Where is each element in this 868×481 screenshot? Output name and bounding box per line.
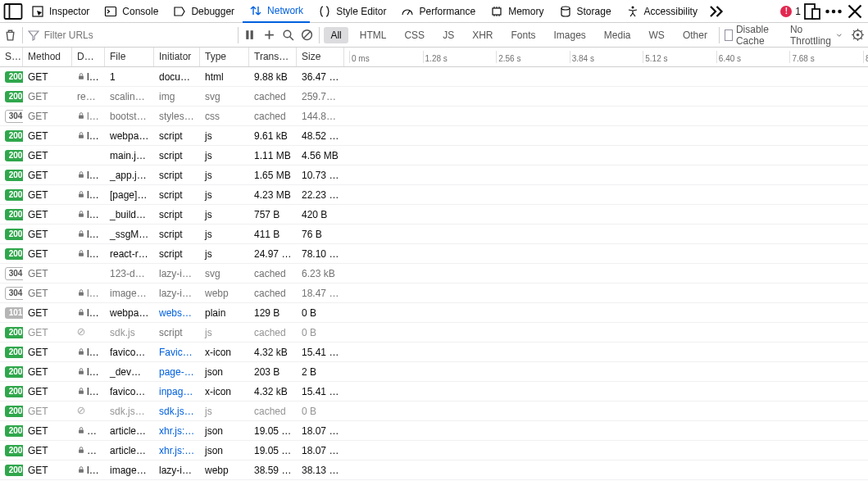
svg-rect-35 <box>79 292 84 295</box>
table-row[interactable]: 200GETmain.js?tsscriptjs1.11 MB4.56 MB21… <box>0 146 868 166</box>
error-count-value: 1 <box>795 6 801 17</box>
type-cell: js <box>200 150 249 161</box>
size-cell: 15.41 kB <box>297 347 344 358</box>
disable-cache-checkbox[interactable]: Disable Cache <box>725 24 780 47</box>
status-badge: 200 <box>5 229 23 240</box>
filter-all[interactable]: All <box>324 27 348 43</box>
block-icon[interactable] <box>300 25 314 45</box>
table-row[interactable]: 200GETlo…_devMiddlpage-l…json203 B2 B3 m… <box>0 362 868 382</box>
tab-style-editor[interactable]: Style Editor <box>311 0 393 23</box>
table-row[interactable]: 101GETlo…webpack-hwebso…plain129 B0 B4 m… <box>0 303 868 323</box>
table-row[interactable]: 200GETlo…image?urllazy-im…webp38.59 kB38… <box>0 461 868 480</box>
svg-rect-36 <box>79 311 84 315</box>
inspector-icon <box>31 5 44 18</box>
initiator-cell: script <box>154 150 200 161</box>
style-icon <box>318 5 331 18</box>
table-row[interactable]: 200GETres…scaling_5aimgsvgcached259.73…0… <box>0 87 868 107</box>
col-transferred[interactable]: Transfe… <box>249 48 297 66</box>
table-row[interactable]: 200GETsdk.js?hassdk.js:…jscached0 B0 ms <box>0 402 868 421</box>
table-row[interactable]: 200GETd…articles?scxhr.js:2…json19.05 …1… <box>0 421 868 441</box>
lock-icon <box>77 249 85 257</box>
memory-icon <box>490 5 503 18</box>
table-row[interactable]: 304GETlo…image?urllazy-im…webpcached18.4… <box>0 284 868 303</box>
filter-js[interactable]: JS <box>436 27 461 43</box>
meatball-menu-icon[interactable] <box>824 2 843 21</box>
error-count[interactable]: ! 1 <box>780 6 801 17</box>
method-cell: GET <box>23 170 72 181</box>
col-initiator[interactable]: Initiator <box>154 48 200 66</box>
transferred-cell: cached <box>249 327 297 338</box>
table-row[interactable]: 200GETlo…react-refrescriptjs24.97 kB78.1… <box>0 244 868 264</box>
checkbox-icon <box>725 29 733 41</box>
tab-accessibility[interactable]: Accessibility <box>620 0 704 23</box>
type-cell: js <box>200 189 249 201</box>
throttling-select[interactable]: No Throttling <box>790 24 843 47</box>
initiator-cell: lazy-im… <box>154 465 200 476</box>
type-cell: css <box>200 111 249 122</box>
tab-network[interactable]: Network <box>243 0 310 23</box>
type-cell: svg <box>200 268 249 279</box>
table-row[interactable]: 200GETsdk.jsscriptjscached0 B0 ms <box>0 323 868 343</box>
filter-input[interactable] <box>44 29 192 41</box>
tab-performance[interactable]: Performance <box>394 0 482 23</box>
table-row[interactable]: 200GETlo…favicon.icoinpage…x-icon4.32 kB… <box>0 382 868 402</box>
col-domain[interactable]: Do… <box>72 48 105 66</box>
table-row[interactable]: 200GETlo…_ssgManifscriptjs411 B76 B2 ms <box>0 225 868 244</box>
initiator-cell: inpage… <box>154 386 200 397</box>
pause-icon[interactable] <box>243 25 257 45</box>
table-row[interactable]: 200GETlo…1docum…html9.88 kB36.47 kB4748 … <box>0 67 868 87</box>
size-cell: 0 B <box>297 406 344 417</box>
file-cell: scaling_5a <box>105 91 154 102</box>
filter-css[interactable]: CSS <box>398 27 431 43</box>
filter-ws[interactable]: WS <box>643 27 671 43</box>
tab-storage[interactable]: Storage <box>552 0 618 23</box>
transferred-cell: 38.59 kB <box>249 465 297 476</box>
filter-fonts[interactable]: Fonts <box>504 27 542 43</box>
responsive-mode-icon[interactable] <box>802 2 822 21</box>
filter-xhr[interactable]: XHR <box>466 27 499 43</box>
tab-inspector[interactable]: Inspector <box>25 0 96 23</box>
col-waterfall[interactable]: 0 ms1.28 s2.56 s3.84 s5.12 s6.40 s7.68 s… <box>344 48 868 66</box>
clear-icon[interactable] <box>3 25 17 45</box>
initiator-cell: lazy-im… <box>154 288 200 299</box>
table-row[interactable]: 200GETlo…favicon.icoFavico…x-icon4.32 kB… <box>0 343 868 362</box>
close-devtools-icon[interactable] <box>845 2 865 21</box>
col-file[interactable]: File <box>105 48 154 66</box>
add-icon[interactable] <box>262 25 276 45</box>
table-row[interactable]: 200GETlo…_buildManscriptjs757 B420 B8 ms <box>0 205 868 225</box>
tab-memory[interactable]: Memory <box>484 0 550 23</box>
table-row[interactable]: 200GETd…articles?scxhr.js:2…json19.05 …1… <box>0 441 868 461</box>
filter-html[interactable]: HTML <box>353 27 393 43</box>
col-method[interactable]: Method <box>23 48 72 66</box>
col-size[interactable]: Size <box>297 48 344 66</box>
svg-point-16 <box>825 9 829 13</box>
method-cell: GET <box>23 71 72 83</box>
har-settings-icon[interactable] <box>851 25 865 45</box>
file-cell: _app.js?ts <box>105 170 154 181</box>
col-status[interactable]: S… <box>0 48 23 66</box>
tab-console[interactable]: Console <box>98 0 165 23</box>
svg-rect-32 <box>79 213 84 216</box>
size-cell: 15.41 kB <box>297 386 344 397</box>
table-row[interactable]: 304GET123-dyno-lazy-imgsvgcached6.23 kB3… <box>0 264 868 284</box>
tab-label: Network <box>267 5 303 16</box>
lock-icon <box>77 347 85 356</box>
svg-line-38 <box>80 329 84 334</box>
table-row[interactable]: 200GETlo…[page].js?tscriptjs4.23 MB22.23… <box>0 185 868 205</box>
table-row[interactable]: 200GETlo…webpack.jscriptjs9.61 kB48.52 k… <box>0 126 868 146</box>
domain-cell: d… <box>72 425 105 437</box>
table-row[interactable]: 304GETlo…bootstrap.stylesh…csscached144.… <box>0 107 868 126</box>
status-badge: 200 <box>5 150 23 161</box>
tab-debugger[interactable]: Debugger <box>166 0 241 23</box>
filter-media[interactable]: Media <box>598 27 638 43</box>
filter-other[interactable]: Other <box>676 27 714 43</box>
initiator-cell: script <box>154 209 200 220</box>
col-type[interactable]: Type <box>200 48 249 66</box>
dock-icon[interactable] <box>3 2 23 21</box>
table-row[interactable]: 200GETlo…_app.js?tsscriptjs1.65 MB10.73 … <box>0 166 868 185</box>
svg-line-22 <box>289 37 293 40</box>
tabs-overflow-icon[interactable] <box>706 2 725 21</box>
filter-images[interactable]: Images <box>548 27 593 43</box>
lock-icon <box>77 111 85 120</box>
search-icon[interactable] <box>281 25 295 45</box>
